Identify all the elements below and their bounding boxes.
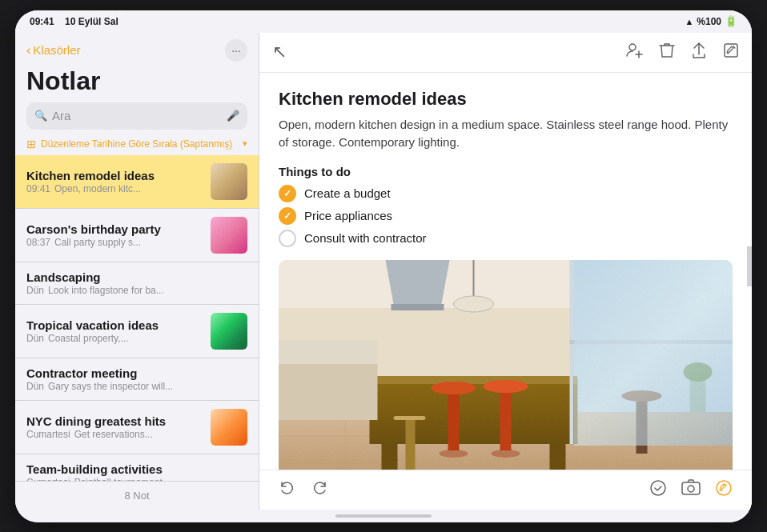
todo-item-3: Consult with contractor	[279, 230, 733, 247]
detail-description: Open, modern kitchen design in a medium …	[279, 116, 733, 152]
todo-item-2: Price appliances	[279, 207, 733, 225]
note-item-landscaping[interactable]: Landscaping Dün Look into flagstone for …	[15, 262, 259, 305]
note-preview-landscaping: Look into flagstone for ba...	[48, 285, 164, 296]
note-preview-tropical: Coastal property,...	[48, 333, 129, 344]
note-item-nyc[interactable]: NYC dining greatest hits Cumartesi Get r…	[15, 401, 259, 454]
home-bar	[335, 514, 432, 518]
battery-text: %100	[697, 16, 721, 27]
bottom-bar-left	[279, 479, 328, 501]
note-content-birthday: Carson's birthday party 08:37 Call party…	[26, 222, 204, 248]
sort-bar[interactable]: ⊞ Düzenleme Tarihine Göre Sırala (Saptan…	[15, 136, 259, 155]
kitchen-image	[279, 260, 733, 470]
todo-section-title: Things to do	[279, 165, 733, 178]
note-content-tropical: Tropical vacation ideas Dün Coastal prop…	[26, 318, 204, 344]
battery-icon: 🔋	[725, 15, 737, 27]
pen-icon[interactable]	[715, 479, 733, 501]
note-title-birthday: Carson's birthday party	[26, 222, 204, 236]
todo-check-1[interactable]	[279, 185, 296, 202]
note-meta-birthday: 08:37 Call party supply s...	[26, 237, 204, 248]
note-preview-nyc: Get reservations...	[74, 429, 153, 440]
more-icon: ···	[231, 44, 241, 57]
note-meta-contractor: Dün Gary says the inspector will...	[26, 381, 247, 392]
svg-rect-24	[448, 394, 460, 450]
back-button[interactable]: ‹ Klasörler	[26, 43, 81, 58]
sort-label: Düzenleme Tarihine Göre Sırala (Saptanmı…	[41, 138, 238, 150]
note-detail: ↖	[259, 33, 752, 510]
todo-text-3: Consult with contractor	[304, 231, 427, 245]
checklist-icon[interactable]	[649, 479, 667, 501]
svg-rect-18	[382, 444, 398, 470]
share-icon[interactable]	[691, 42, 707, 63]
svg-rect-19	[550, 444, 566, 470]
todo-text-1: Create a budget	[304, 186, 391, 200]
date-display: 10 Eylül Sal	[65, 16, 118, 27]
notes-list: Kitchen remodel ideas 09:41 Open, modern…	[15, 155, 259, 481]
svg-point-0	[629, 44, 636, 50]
back-arrow-icon[interactable]: ↖	[272, 42, 287, 62]
note-item-birthday[interactable]: Carson's birthday party 08:37 Call party…	[15, 209, 259, 262]
sort-icon: ⊞	[26, 138, 36, 150]
todo-list: Create a budget Price appliances Consult…	[279, 185, 733, 247]
toolbar-right	[625, 42, 739, 63]
status-indicators: ▲ %100 🔋	[685, 15, 737, 27]
todo-check-2[interactable]	[279, 207, 296, 225]
notes-panel: ‹ Klasörler ··· Notlar 🔍 Ara 🎤 ⊞ Düzenle…	[15, 33, 259, 510]
note-title-landscaping: Landscaping	[26, 270, 247, 284]
camera-icon[interactable]	[681, 479, 701, 501]
svg-rect-17	[370, 376, 578, 384]
compose-icon[interactable]	[723, 42, 739, 62]
redo-icon[interactable]	[311, 479, 328, 501]
search-placeholder: Ara	[52, 109, 222, 122]
svg-point-23	[432, 382, 476, 394]
undo-icon[interactable]	[279, 479, 296, 501]
note-content-contractor: Contractor meeting Dün Gary says the ins…	[26, 366, 247, 392]
todo-check-3[interactable]	[279, 230, 296, 247]
notes-footer: 8 Not	[15, 481, 259, 510]
note-thumb-birthday	[211, 217, 247, 254]
back-label: Klasörler	[33, 43, 80, 57]
todo-text-2: Price appliances	[304, 209, 392, 222]
svg-rect-34	[279, 340, 378, 364]
status-time: 09:41 10 Eylül Sal	[30, 16, 118, 27]
note-content-teambuilding: Team-building activities Cumartesi Paint…	[26, 462, 247, 481]
note-date-contractor: Dün	[26, 381, 44, 392]
svg-rect-33	[279, 364, 378, 420]
side-button[interactable]	[747, 246, 752, 286]
note-thumb-tropical	[211, 313, 247, 350]
svg-rect-21	[406, 420, 416, 470]
detail-toolbar: ↖	[259, 33, 752, 73]
detail-bottom-bar	[259, 470, 752, 510]
note-meta-kitchen: 09:41 Open, modern kitc...	[26, 183, 204, 194]
back-chevron-icon: ‹	[26, 43, 30, 58]
note-item-teambuilding[interactable]: Team-building activities Cumartesi Paint…	[15, 454, 259, 481]
svg-point-25	[440, 450, 468, 458]
search-bar[interactable]: 🔍 Ara 🎤	[26, 102, 247, 130]
svg-point-44	[717, 481, 731, 495]
status-bar: 09:41 10 Eylül Sal ▲ %100 🔋	[15, 10, 752, 33]
svg-point-36	[454, 296, 494, 312]
note-date-tropical: Dün	[26, 333, 44, 344]
note-item-tropical[interactable]: Tropical vacation ideas Dün Coastal prop…	[15, 305, 259, 358]
svg-marker-31	[386, 260, 450, 304]
kitchen-bg	[279, 260, 733, 470]
note-meta-tropical: Dün Coastal property,...	[26, 333, 204, 344]
note-item-kitchen[interactable]: Kitchen remodel ideas 09:41 Open, modern…	[15, 155, 259, 209]
detail-content: Kitchen remodel ideas Open, modern kitch…	[259, 73, 752, 470]
toolbar-left: ↖	[272, 42, 287, 62]
svg-rect-27	[500, 393, 512, 450]
note-preview-birthday: Call party supply s...	[54, 237, 141, 248]
note-thumb-nyc	[211, 409, 247, 446]
note-title-tropical: Tropical vacation ideas	[26, 318, 204, 332]
note-item-contractor[interactable]: Contractor meeting Dün Gary says the ins…	[15, 358, 259, 401]
notes-title: Notlar	[15, 65, 259, 102]
wifi-icon: ▲	[685, 17, 693, 26]
note-date-nyc: Cumartesi	[26, 429, 70, 440]
svg-point-28	[492, 450, 520, 458]
svg-point-41	[651, 481, 665, 495]
note-meta-landscaping: Dün Look into flagstone for ba...	[26, 285, 247, 296]
note-title-nyc: NYC dining greatest hits	[26, 414, 204, 428]
more-button[interactable]: ···	[225, 39, 247, 62]
trash-icon[interactable]	[659, 42, 675, 63]
time-display: 09:41	[30, 16, 54, 27]
add-person-icon[interactable]	[625, 42, 643, 63]
